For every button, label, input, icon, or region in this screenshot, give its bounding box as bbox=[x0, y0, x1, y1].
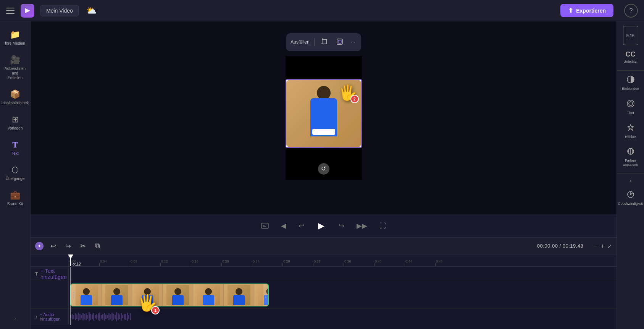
audio-track: ♪ + Audio hinzufügen bbox=[31, 309, 617, 325]
geschwindigkeit-icon bbox=[626, 190, 635, 201]
video-preview-wrapper: Ausfüllen ··· bbox=[286, 56, 362, 180]
preview-area: Ausfüllen ··· bbox=[31, 21, 617, 214]
video-black-top bbox=[286, 56, 362, 79]
video-track: 🖐 1 bbox=[31, 281, 617, 309]
transitions-icon: ⬡ bbox=[11, 165, 19, 175]
einblenden-icon bbox=[626, 75, 635, 86]
more-options-icon[interactable]: ··· bbox=[350, 38, 357, 46]
upload-icon: ⬆ bbox=[568, 7, 573, 14]
fit-icon[interactable] bbox=[334, 36, 345, 48]
rotate-handle[interactable]: ↺ bbox=[318, 163, 329, 175]
clip-handle-right[interactable] bbox=[263, 284, 268, 306]
right-tool-einblenden[interactable]: Einblenden bbox=[617, 71, 644, 95]
topbar: Mein Video ⛅ ⬆ Exportieren ? bbox=[0, 0, 644, 21]
clip-thumb-3 bbox=[132, 284, 163, 306]
right-sidebar-collapse[interactable]: ‹ bbox=[628, 176, 633, 186]
help-button[interactable]: ? bbox=[624, 4, 638, 18]
svg-marker-0 bbox=[25, 8, 30, 13]
subtitle-toggle-button[interactable] bbox=[259, 220, 271, 231]
add-text-button[interactable]: + Text hinzufügen bbox=[40, 268, 68, 280]
right-sidebar: 9:16 CC Untertitel Einblenden Filter Eff… bbox=[617, 21, 644, 329]
left-sidebar: 📁 Ihre Medien 🎥 Aufzeichnen und Erstelle… bbox=[0, 21, 31, 329]
effekte-icon bbox=[626, 123, 635, 134]
magic-button[interactable]: ✦ bbox=[35, 242, 44, 250]
clip-thumb-1 bbox=[71, 284, 102, 306]
text-track-label: T + Text hinzufügen bbox=[31, 267, 69, 281]
sidebar-item-bibliothek[interactable]: 📦 Inhaltsbibliothek bbox=[2, 86, 29, 109]
zoom-in-button[interactable]: + bbox=[601, 243, 604, 250]
sidebar-item-brandkit[interactable]: 💼 Brand Kit bbox=[2, 186, 29, 210]
video-frame[interactable]: 🖐 2 bbox=[286, 79, 362, 148]
timeline-time-display: 00:00.00 / 00:19.48 bbox=[537, 243, 584, 249]
resize-handle-br[interactable] bbox=[359, 145, 362, 148]
ruler-mark-4: 0:16 bbox=[191, 259, 221, 266]
play-button[interactable]: ▶ bbox=[314, 219, 329, 233]
farben-icon bbox=[626, 147, 635, 157]
resize-handle-bl[interactable] bbox=[286, 145, 288, 148]
person-body bbox=[310, 98, 337, 136]
clip-thumb-2 bbox=[102, 284, 132, 306]
project-title[interactable]: Mein Video bbox=[40, 5, 79, 16]
rotate-handle-bar: ↺ bbox=[286, 148, 362, 163]
video-clip[interactable] bbox=[70, 284, 269, 306]
sidebar-item-vorlagen[interactable]: ⊞ Vorlagen bbox=[2, 111, 29, 135]
ruler-mark-9: 0:36 bbox=[344, 259, 374, 266]
fullscreen-button[interactable]: ⛶ bbox=[377, 220, 389, 232]
sidebar-item-uebergaenge[interactable]: ⬡ Übergänge bbox=[2, 161, 29, 185]
text-icon: T bbox=[12, 140, 18, 150]
app-logo bbox=[21, 4, 34, 18]
ruler-mark-6: 0:24 bbox=[252, 259, 282, 266]
zoom-controls: − + ⤢ bbox=[594, 243, 612, 250]
templates-icon: ⊞ bbox=[12, 115, 19, 125]
rewind-button[interactable]: ↩ bbox=[296, 219, 307, 232]
sidebar-item-medien[interactable]: 📁 Ihre Medien bbox=[2, 26, 29, 50]
ruler-mark-11: 0:44 bbox=[405, 259, 435, 266]
right-tool-geschwindigkeit[interactable]: Geschwindigkeit bbox=[617, 186, 644, 210]
center-panel: Ausfüllen ··· bbox=[31, 21, 617, 329]
undo-button[interactable]: ↩ bbox=[48, 240, 58, 252]
sidebar-collapse-button[interactable]: › bbox=[11, 312, 19, 324]
clip-handle-left[interactable] bbox=[71, 284, 76, 306]
prev-frame-button[interactable]: ◀ bbox=[279, 219, 289, 232]
timeline-toolbar: ✦ ↩ ↪ ✂ ⧉ 00:00.00 / 00:19.48 − + ⤢ bbox=[31, 238, 617, 254]
forward-button[interactable]: ↪ bbox=[336, 219, 347, 232]
svg-rect-5 bbox=[338, 40, 341, 43]
ruler-marks: I o:12 0:00 0:04 0:08 bbox=[69, 254, 617, 266]
camera-icon: 🎥 bbox=[10, 55, 20, 65]
right-tool-filter[interactable]: Filter bbox=[617, 96, 644, 119]
add-audio-button[interactable]: + Audio hinzufügen bbox=[40, 312, 69, 321]
zoom-out-button[interactable]: − bbox=[594, 243, 597, 250]
svg-rect-4 bbox=[337, 39, 342, 44]
resize-handle-tr[interactable] bbox=[359, 79, 362, 82]
export-button[interactable]: ⬆ Exportieren bbox=[560, 4, 613, 17]
sidebar-item-aufzeichnen[interactable]: 🎥 Aufzeichnen und Erstellen bbox=[2, 51, 29, 84]
filter-icon bbox=[626, 99, 635, 110]
playhead-diamond bbox=[68, 254, 73, 259]
ruler-tick-container: 0:00 0:04 0:08 0:12 bbox=[69, 259, 617, 266]
menu-button[interactable] bbox=[6, 8, 15, 14]
right-tool-effekte[interactable]: Effekte bbox=[617, 120, 644, 143]
svg-point-12 bbox=[629, 102, 633, 105]
playback-controls: ◀ ↩ ▶ ↪ ▶▶ ⛶ bbox=[31, 214, 617, 237]
clip-thumb-6 bbox=[224, 284, 254, 306]
clip-thumb-4 bbox=[163, 284, 193, 306]
expand-button[interactable]: ⤢ bbox=[607, 243, 612, 249]
text-track: T + Text hinzufügen bbox=[31, 267, 617, 281]
timeline-tracks: T + Text hinzufügen bbox=[31, 267, 617, 325]
subtitle-button[interactable]: CC Untertitel bbox=[621, 48, 639, 66]
aspect-ratio-button[interactable]: 9:16 bbox=[623, 26, 638, 45]
brandkit-icon: 💼 bbox=[10, 190, 20, 200]
ruler-mark-12: 0:48 bbox=[435, 259, 466, 266]
duplicate-button[interactable]: ⧉ bbox=[93, 240, 102, 251]
cut-button[interactable]: ✂ bbox=[78, 240, 88, 252]
sidebar-item-text[interactable]: T Text bbox=[2, 136, 29, 160]
resize-handle-tl[interactable] bbox=[286, 79, 288, 82]
redo-button[interactable]: ↪ bbox=[63, 240, 73, 252]
right-tool-farben[interactable]: Farben anpassen bbox=[617, 143, 644, 171]
timeline-playhead[interactable] bbox=[70, 254, 71, 266]
next-frame-button[interactable]: ▶▶ bbox=[354, 219, 370, 232]
audio-track-icon: ♪ bbox=[35, 314, 38, 320]
ruler-mark-2: 0:08 bbox=[130, 259, 160, 266]
ruler-mark-7: 0:28 bbox=[282, 259, 313, 266]
crop-icon[interactable] bbox=[319, 36, 330, 48]
